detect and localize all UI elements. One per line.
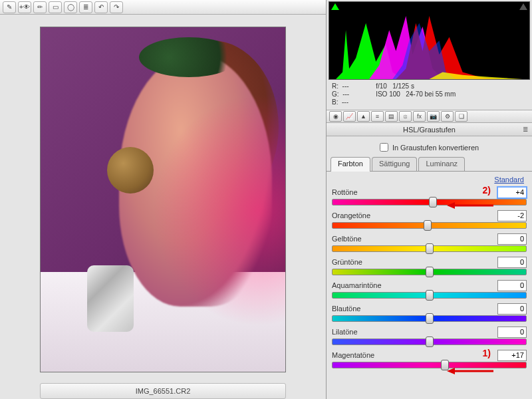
preview-wrap <box>0 15 326 379</box>
rotate-ccw-icon[interactable]: ↶ <box>94 1 108 13</box>
label-yellow: Gelbtöne <box>332 235 362 243</box>
basic-panel-icon[interactable]: ◉ <box>329 111 342 122</box>
grayscale-label: In Graustufen konvertieren <box>392 144 479 152</box>
slider-row-orange: Orangetöne <box>332 209 527 229</box>
track-green[interactable] <box>332 269 527 275</box>
value-yellow[interactable] <box>497 233 527 245</box>
rect-tool-icon[interactable]: ▭ <box>49 1 62 13</box>
image-preview[interactable] <box>40 27 286 372</box>
slider-row-green: Grüntöne <box>332 256 527 275</box>
slider-row-aqua: Aquamarintöne <box>332 279 527 299</box>
hsl-tabs: Farbton Sättigung Luminanz <box>331 157 532 172</box>
sliders-panel-icon[interactable]: ⚙ <box>441 111 454 122</box>
split-panel-icon[interactable]: ▤ <box>385 111 398 122</box>
thumb-red[interactable] <box>429 197 437 207</box>
panel-tool-row: ◉ 📈 ▲ ≡ ▤ ⎅ fx 📷 ⚙ ❏ <box>327 110 532 123</box>
value-orange[interactable] <box>497 210 527 221</box>
thumb-purple[interactable] <box>426 336 434 347</box>
track-orange[interactable] <box>332 222 527 229</box>
panel-title: HSL/Graustufen <box>403 126 456 134</box>
filename-label: IMG_66551.CR2 <box>40 383 286 399</box>
adjustments-panel: R: --- G: --- B: --- f/10 1/125 s ISO 10… <box>326 0 532 399</box>
track-red[interactable] <box>332 199 527 205</box>
value-red[interactable] <box>497 187 527 198</box>
thumb-green[interactable] <box>426 267 434 277</box>
label-magenta: Magentatöne <box>332 351 374 359</box>
fx-panel-icon[interactable]: fx <box>413 111 426 122</box>
presets-panel-icon[interactable]: ❏ <box>455 111 467 122</box>
lens-panel-icon[interactable]: ⎅ <box>399 111 412 122</box>
top-toolbar: ✎ +👁 ✏ ▭ ◯ ≣ ↶ ↷ <box>0 0 326 15</box>
track-blue[interactable] <box>332 315 527 322</box>
eye-tool-icon[interactable]: +👁 <box>18 1 31 13</box>
hue-tab-body: Standard Rottöne 2) Orangetöne <box>327 171 532 378</box>
value-blue[interactable] <box>497 303 527 315</box>
label-purple: Lilatöne <box>332 328 358 336</box>
curve-panel-icon[interactable]: 📈 <box>343 111 356 122</box>
slider-row-magenta: Magentatöne 1) <box>332 349 527 368</box>
exif-info: R: --- G: --- B: --- f/10 1/125 s ISO 10… <box>327 80 532 110</box>
track-aqua[interactable] <box>332 292 527 299</box>
panel-menu-icon[interactable]: ≣ <box>523 126 528 133</box>
info-b: B: --- <box>332 98 349 106</box>
slider-row-yellow: Gelbtöne <box>332 233 527 252</box>
value-magenta[interactable] <box>497 350 527 361</box>
info-iso-lens: ISO 100 24-70 bei 55 mm <box>376 90 456 98</box>
histogram[interactable] <box>329 1 530 80</box>
label-aqua: Aquamarintöne <box>332 281 382 289</box>
brush-tool-icon[interactable]: ✏ <box>33 1 47 13</box>
value-aqua[interactable] <box>497 280 527 291</box>
label-blue: Blautöne <box>332 305 360 313</box>
panel-title-bar: HSL/Graustufen ≣ <box>327 123 532 136</box>
annotation-1: 1) <box>483 348 491 358</box>
preview-pane: ✎ +👁 ✏ ▭ ◯ ≣ ↶ ↷ IMG_66551.CR2 <box>0 0 326 399</box>
track-yellow[interactable] <box>332 245 527 252</box>
value-green[interactable] <box>497 257 527 268</box>
slider-row-blue: Blautöne <box>332 303 527 322</box>
thumb-yellow[interactable] <box>426 243 434 254</box>
oval-tool-icon[interactable]: ◯ <box>64 1 77 13</box>
info-r: R: --- <box>332 82 349 90</box>
rotate-cw-icon[interactable]: ↷ <box>110 1 123 13</box>
label-green: Grüntöne <box>332 258 362 266</box>
slider-row-red: Rottöne 2) <box>332 186 527 205</box>
label-red: Rottöne <box>332 188 358 196</box>
thumb-orange[interactable] <box>424 220 432 231</box>
info-g: G: --- <box>332 90 349 98</box>
slider-row-purple: Lilatöne <box>332 326 527 345</box>
info-exposure: f/10 1/125 s <box>376 82 456 90</box>
annotation-2: 2) <box>483 185 491 196</box>
bw-panel-icon[interactable]: ≡ <box>371 111 384 122</box>
thumb-blue[interactable] <box>426 313 434 324</box>
track-purple[interactable] <box>332 338 527 345</box>
crop-tool-icon[interactable]: ✎ <box>3 1 16 13</box>
track-magenta[interactable] <box>332 362 527 368</box>
list-tool-icon[interactable]: ≣ <box>79 1 92 13</box>
grayscale-row: In Graustufen konvertieren <box>327 136 532 157</box>
value-purple[interactable] <box>497 327 527 338</box>
detail-panel-icon[interactable]: ▲ <box>357 111 370 122</box>
thumb-aqua[interactable] <box>426 290 434 301</box>
label-orange: Orangetöne <box>332 211 370 219</box>
camera-panel-icon[interactable]: 📷 <box>427 111 440 122</box>
tab-hue[interactable]: Farbton <box>331 157 370 172</box>
grayscale-checkbox[interactable] <box>380 143 388 152</box>
thumb-magenta[interactable] <box>441 360 449 370</box>
default-link[interactable]: Standard <box>332 176 527 186</box>
tab-saturation[interactable]: Sättigung <box>372 157 417 172</box>
tab-luminance[interactable]: Luminanz <box>418 157 465 172</box>
